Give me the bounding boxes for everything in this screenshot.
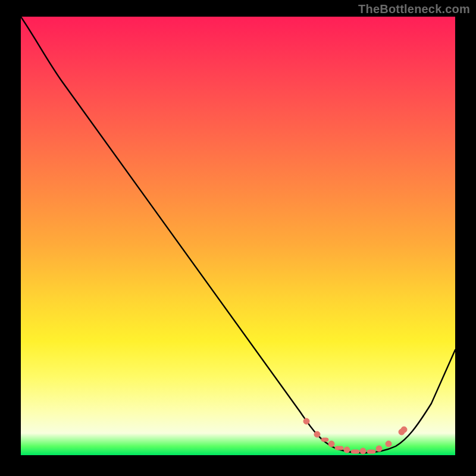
svg-point-7 bbox=[360, 448, 366, 454]
svg-point-10 bbox=[386, 441, 392, 447]
curve-path bbox=[21, 17, 455, 453]
svg-point-5 bbox=[344, 447, 350, 453]
plot-area bbox=[21, 17, 455, 455]
svg-rect-6 bbox=[351, 450, 359, 453]
svg-point-9 bbox=[376, 446, 382, 452]
svg-rect-2 bbox=[321, 438, 328, 441]
chart-frame: TheBottleneck.com bbox=[0, 0, 476, 476]
svg-rect-4 bbox=[335, 446, 343, 450]
svg-point-1 bbox=[314, 431, 320, 437]
svg-point-12 bbox=[401, 427, 407, 433]
svg-point-0 bbox=[303, 418, 309, 424]
bottleneck-curve bbox=[21, 17, 455, 455]
watermark-label: TheBottleneck.com bbox=[358, 2, 470, 16]
svg-rect-8 bbox=[367, 450, 375, 453]
svg-point-3 bbox=[328, 441, 334, 447]
